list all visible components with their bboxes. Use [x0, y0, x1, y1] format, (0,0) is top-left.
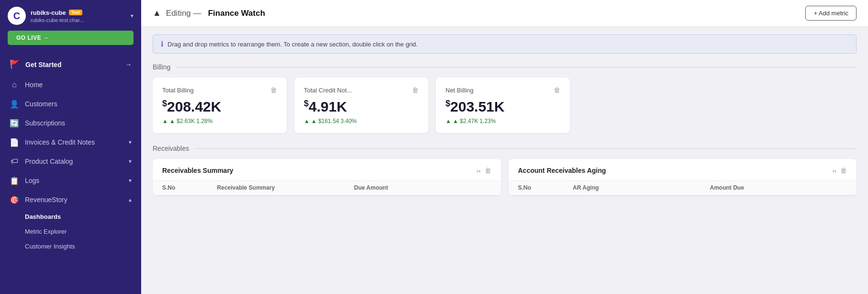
currency-0: $ [162, 99, 167, 108]
expand-icon-1[interactable]: ›‹ [832, 167, 836, 174]
cursor-icon: ▲ [153, 8, 161, 18]
metric-card-header-1: Total Credit Not... 🗑 [304, 86, 419, 94]
sidebar-item-label-customers: Customers [25, 100, 132, 108]
sidebar-item-subscriptions[interactable]: 🔄 Subscriptions [0, 113, 141, 133]
golive-button[interactable]: GO LIVE → [8, 31, 134, 45]
metric-change-1: ▲ ▲ $161.54 3.40% [304, 118, 419, 124]
invoices-icon: 📄 [10, 137, 19, 147]
topbar: ▲ Editing — Finance Watch + Add metric [141, 0, 868, 27]
metric-number-0: 208.42K [167, 99, 221, 114]
change-amount-0: ▲ $2.63K [169, 118, 195, 124]
sidebar-item-label-get-started: Get Started [25, 61, 61, 68]
receivables-section-title: Receivables [153, 145, 189, 152]
change-pct-1: 3.40% [340, 118, 356, 124]
sidebar-item-revenue-story[interactable]: 🎯 RevenueStory ▴ [0, 190, 141, 209]
chevron-icon-logs: ▾ [129, 177, 132, 184]
info-icon: ℹ [161, 40, 164, 48]
ar-aging-header: Account Receivables Aging ›‹ 🗑 [509, 159, 857, 181]
metric-change-0: ▲ ▲ $2.63K 1.28% [162, 118, 277, 124]
sidebar-item-home[interactable]: ⌂ Home [0, 75, 141, 94]
delete-metric-2[interactable]: 🗑 [554, 86, 560, 94]
chevron-down-icon[interactable]: ▾ [131, 12, 134, 19]
currency-2: $ [445, 99, 450, 108]
company-info: rubiks-cube Test rubiks-cube-test.char..… [31, 9, 126, 23]
change-amount-1: ▲ $161.54 [311, 118, 339, 124]
col-due-amount: Due Amount [354, 184, 491, 191]
sidebar-item-customers[interactable]: 👤 Customers [0, 94, 141, 113]
col-amount-due: Amount Due [710, 184, 847, 191]
col-summary: Receivable Summary [217, 184, 354, 191]
logo-circle: C [8, 7, 26, 25]
editing-label: Editing — [166, 9, 201, 18]
test-badge: Test [69, 10, 82, 15]
content-area: ℹ Drag and drop metrics to rearrange the… [141, 27, 868, 294]
sidebar-subitem-metric-explorer[interactable]: Metric Explorer [0, 224, 141, 239]
chevron-icon-revenue: ▴ [129, 196, 132, 203]
ar-aging-table-header: S.No AR Aging Amount Due [509, 181, 857, 195]
change-pct-2: 1.23% [479, 118, 496, 124]
metric-number-2: 203.51K [450, 99, 504, 114]
sidebar-nav: 🚩 Get Started → ⌂ Home 👤 Customers 🔄 Sub… [0, 52, 141, 294]
col-sno-0: S.No [162, 184, 217, 191]
receivables-summary-header: Receivables Summary ›‹ 🗑 [153, 159, 501, 181]
receivables-summary-table-header: S.No Receivable Summary Due Amount [153, 181, 501, 195]
billing-section-title: Billing [153, 63, 170, 71]
metric-title-1: Total Credit Not... [304, 87, 352, 94]
sidebar-item-label-product-catalog: Product Catalog [25, 158, 123, 165]
delete-card-0[interactable]: 🗑 [485, 167, 491, 174]
receivables-summary-title: Receivables Summary [162, 167, 234, 174]
sidebar-item-label-home: Home [25, 81, 132, 89]
change-arrow-2: ▲ [445, 118, 451, 124]
delete-metric-0[interactable]: 🗑 [270, 86, 277, 94]
sidebar-item-label-logs: Logs [25, 177, 123, 184]
dashboard-name: Finance Watch [208, 9, 265, 18]
chevron-icon-invoices: ▾ [129, 139, 132, 146]
info-banner-text: Drag and drop metrics to rearrange them.… [167, 41, 418, 48]
company-name-row: rubiks-cube Test [31, 9, 126, 16]
receivables-section-header: Receivables [153, 145, 857, 152]
billing-metrics-row: Total Billing 🗑 $208.42K ▲ ▲ $2.63K 1.28… [153, 78, 857, 133]
chevron-icon-product: ▾ [129, 158, 132, 165]
sidebar-subitem-label-metric-explorer: Metric Explorer [25, 228, 67, 235]
change-arrow-1: ▲ [304, 118, 310, 124]
sidebar-header: C rubiks-cube Test rubiks-cube-test.char… [0, 0, 141, 31]
sidebar-subitem-label-dashboards: Dashboards [25, 213, 61, 220]
metric-card-total-billing: Total Billing 🗑 $208.42K ▲ ▲ $2.63K 1.28… [153, 78, 287, 133]
metric-card-header-0: Total Billing 🗑 [162, 86, 277, 94]
add-metric-button[interactable]: + Add metric [805, 6, 857, 21]
sidebar-item-invoices[interactable]: 📄 Invoices & Credit Notes ▾ [0, 133, 141, 152]
col-sno-1: S.No [518, 184, 573, 191]
metric-card-header-2: Net Billing 🗑 [445, 86, 560, 94]
receivables-cards-row: Receivables Summary ›‹ 🗑 S.No Receivable… [153, 159, 857, 195]
receivables-summary-actions: ›‹ 🗑 [477, 167, 491, 174]
sidebar-subitem-label-customer-insights: Customer Insights [25, 243, 75, 250]
sidebar-item-get-started[interactable]: 🚩 Get Started → [0, 54, 141, 75]
currency-1: $ [304, 99, 309, 108]
revenue-story-icon: 🎯 [10, 195, 19, 204]
receivables-divider [195, 148, 857, 149]
sidebar-item-product-catalog[interactable]: 🏷 Product Catalog ▾ [0, 152, 141, 171]
metric-number-1: 4.91K [309, 99, 347, 114]
flag-icon: 🚩 [10, 59, 20, 69]
ar-aging-card: Account Receivables Aging ›‹ 🗑 S.No AR A… [509, 159, 857, 195]
expand-icon-0[interactable]: ›‹ [477, 167, 481, 174]
metric-card-total-credit: Total Credit Not... 🗑 $4.91K ▲ ▲ $161.54… [294, 78, 428, 133]
delete-metric-1[interactable]: 🗑 [412, 86, 419, 94]
logs-icon: 📋 [10, 176, 19, 185]
sidebar-subitem-customer-insights[interactable]: Customer Insights [0, 239, 141, 254]
col-ar-aging: AR Aging [573, 184, 710, 191]
delete-card-1[interactable]: 🗑 [840, 167, 847, 174]
metric-value-0: $208.42K [162, 99, 277, 115]
metric-value-1: $4.91K [304, 99, 419, 115]
change-pct-0: 1.28% [196, 118, 212, 124]
metric-title-0: Total Billing [162, 87, 194, 94]
sidebar-subitem-dashboards[interactable]: Dashboards [0, 209, 141, 224]
metric-card-net-billing: Net Billing 🗑 $203.51K ▲ ▲ $2.47K 1.23% [436, 78, 570, 133]
customers-icon: 👤 [10, 99, 19, 109]
change-arrow-0: ▲ [162, 118, 168, 124]
company-subdomain: rubiks-cube-test.char... [31, 17, 126, 23]
sidebar-item-logs[interactable]: 📋 Logs ▾ [0, 171, 141, 190]
sidebar-item-label-invoices: Invoices & Credit Notes [25, 138, 123, 146]
sidebar-item-label-subscriptions: Subscriptions [25, 119, 132, 127]
sidebar: C rubiks-cube Test rubiks-cube-test.char… [0, 0, 141, 294]
